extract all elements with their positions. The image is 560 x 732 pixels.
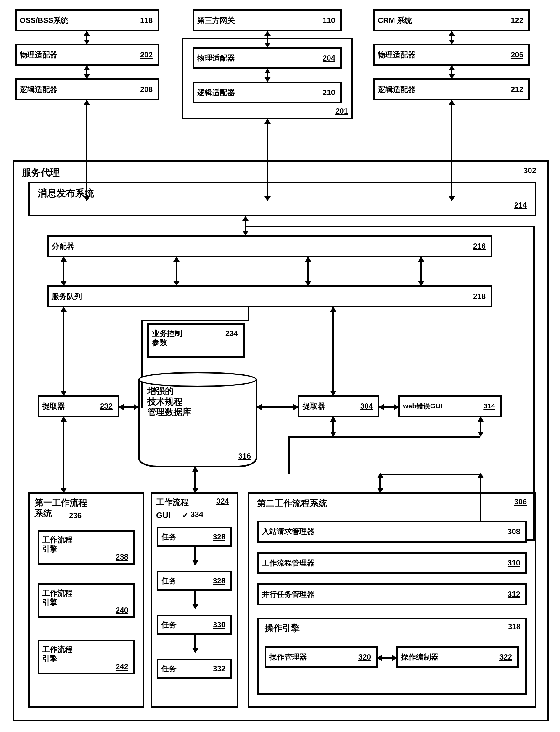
arrow: [194, 547, 196, 565]
task-1: 任务 328: [157, 527, 232, 547]
arrow: [379, 474, 381, 492]
arrow: [119, 406, 138, 408]
db-num: 316: [238, 452, 251, 460]
op-manager: 操作管理器 320: [265, 646, 378, 668]
phys-adapter-1: 物理适配器 202: [15, 44, 159, 66]
phys-adapter-2: 物理适配器 204: [193, 47, 342, 69]
arrow: [451, 31, 452, 44]
line: [288, 436, 290, 474]
msg-pub-num: 214: [514, 201, 527, 210]
allocator-box: 分配器 216: [47, 235, 492, 257]
line: [141, 320, 249, 321]
arrow: [379, 406, 398, 408]
arrow: [332, 307, 334, 395]
task-2: 任务 328: [157, 571, 232, 591]
oss-bss-label: OSS/BSS系统: [20, 15, 140, 25]
arrow: [480, 417, 481, 436]
oss-bss-box: OSS/BSS系统 118: [15, 9, 159, 31]
biz-ctrl-params: 业务控制 参数 234: [147, 323, 245, 358]
arrow: [257, 406, 298, 408]
db-label: 增强的 技术规程 管理数据库: [147, 386, 191, 417]
arrow: [307, 257, 309, 285]
line: [288, 436, 480, 438]
wf-engine-1: 工作流程 引擎 238: [38, 530, 135, 565]
arrow: [451, 66, 452, 78]
workflow-sys-1-num: 236: [69, 511, 82, 520]
msg-pub-frame: [28, 182, 536, 216]
oss-bss-num: 118: [140, 16, 155, 25]
task-3: 任务 330: [157, 615, 232, 635]
line: [245, 226, 533, 227]
wf-engine-3: 工作流程 引擎 242: [38, 640, 135, 674]
workflow-gui-gui: GUI: [156, 511, 171, 520]
logic-adapter-2: 逻辑适配器 210: [193, 82, 342, 103]
task-4: 任务 332: [157, 659, 232, 679]
logic-adapter-1: 逻辑适配器 208: [15, 78, 159, 100]
arrow: [194, 467, 196, 492]
workflow-sys-2-num: 306: [514, 497, 527, 506]
op-engine-title: 操作引擎: [265, 622, 300, 634]
parallel-task-mgr: 并行任务管理器 312: [257, 583, 527, 605]
line: [379, 474, 481, 475]
arrow: [420, 257, 422, 285]
arrow: [63, 257, 64, 285]
web-error-gui: web错误GUI 314: [398, 395, 502, 417]
msg-pub-label: 消息发布系统: [38, 187, 94, 200]
op-composer: 操作编制器 322: [396, 646, 519, 668]
service-agent-title: 服务代理: [22, 166, 60, 179]
workflow-gui-title: 工作流程: [156, 497, 189, 508]
extractor-1: 提取器 232: [38, 395, 119, 417]
logic-adapter-3: 逻辑适配器 212: [373, 78, 530, 100]
arrow: [332, 417, 334, 436]
workflow-gui-mark-num: 334: [191, 510, 203, 519]
arrow: [267, 69, 268, 82]
arrow: [194, 635, 196, 652]
workflow-mgr: 工作流程管理器 310: [257, 552, 527, 574]
arrow: [176, 257, 177, 285]
line: [248, 307, 249, 320]
dash-num: 201: [335, 107, 348, 115]
diagram-canvas: OSS/BSS系统 118 物理适配器 202 逻辑适配器 208 第三方网关 …: [6, 6, 554, 726]
workflow-gui-num: 324: [216, 497, 229, 506]
service-queue-box: 服务队列 218: [47, 285, 492, 307]
inbound-req-mgr: 入站请求管理器 308: [257, 521, 527, 543]
arrow: [194, 591, 196, 608]
checkmark-icon: ✓: [182, 511, 189, 520]
arrow: [63, 307, 64, 395]
service-agent-num: 302: [524, 166, 536, 175]
arrow: [63, 417, 64, 492]
op-engine-num: 318: [508, 622, 520, 631]
arrow: [86, 66, 87, 78]
wf-engine-2: 工作流程 引擎 240: [38, 583, 135, 618]
crm-box: CRM 系统 122: [373, 9, 530, 31]
phys-adapter-3: 物理适配器 206: [373, 44, 530, 66]
arrow: [86, 31, 87, 44]
extractor-2: 提取器 304: [298, 395, 379, 417]
third-party-gateway: 第三方网关 110: [193, 9, 342, 31]
arrow: [378, 657, 396, 659]
workflow-sys-2-title: 第二工作流程系统: [257, 497, 327, 509]
